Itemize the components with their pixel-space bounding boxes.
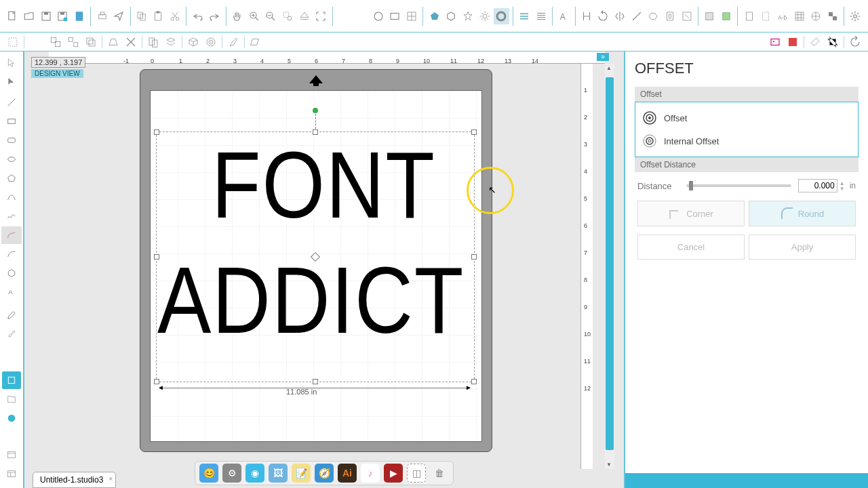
dock-finder-icon[interactable]: 😊	[199, 464, 218, 483]
merge-icon[interactable]	[578, 8, 594, 24]
library-icon[interactable]	[2, 371, 21, 389]
layer2-icon[interactable]	[719, 8, 734, 24]
curve-tool-icon[interactable]	[1, 226, 22, 244]
grid-tool-icon[interactable]	[404, 8, 420, 24]
lines-icon[interactable]	[517, 8, 532, 24]
text-tool-icon[interactable]: A	[556, 8, 572, 24]
cursor-tool-icon[interactable]	[1, 54, 22, 72]
dock-itunes-icon[interactable]: ♪	[361, 464, 380, 483]
pentagon-icon[interactable]	[427, 8, 442, 24]
settings-icon[interactable]	[848, 8, 863, 24]
crop-icon[interactable]	[825, 34, 841, 50]
print-icon[interactable]	[94, 8, 110, 24]
burst-icon[interactable]	[477, 8, 492, 24]
distance-input[interactable]	[798, 179, 837, 192]
3d-icon[interactable]	[185, 34, 201, 50]
zoom-out-icon[interactable]	[263, 8, 279, 24]
list-icon[interactable]	[533, 8, 549, 24]
grid-setup-icon[interactable]	[791, 8, 807, 24]
ring-icon[interactable]	[494, 8, 509, 24]
freehand-icon[interactable]	[1, 207, 22, 225]
pencil-tool-icon[interactable]	[1, 306, 22, 324]
open-file-icon[interactable]	[22, 8, 37, 24]
ruler-collapse-icon[interactable]: »	[597, 53, 609, 61]
offset-option[interactable]: Offset	[639, 106, 854, 129]
rotate-icon[interactable]	[595, 8, 611, 24]
circle-tool-icon[interactable]	[370, 8, 386, 24]
weld-icon[interactable]	[646, 8, 661, 24]
save-icon[interactable]	[38, 8, 54, 24]
dock-safari2-icon[interactable]: 🧭	[315, 464, 334, 483]
copy-icon[interactable]	[134, 8, 149, 24]
paste-icon[interactable]	[151, 8, 166, 24]
mirror-icon[interactable]	[612, 8, 628, 24]
paper-icon[interactable]	[741, 8, 757, 24]
dock-prefs-icon[interactable]: ⚙	[222, 464, 241, 483]
dock-app-icon[interactable]: ◫	[407, 464, 426, 483]
dock-notes-icon[interactable]: 📝	[292, 464, 311, 483]
trace-icon[interactable]	[679, 8, 694, 24]
sel-handle-e[interactable]	[471, 254, 477, 260]
sel-handle-ne[interactable]	[471, 129, 477, 135]
rect-draw-icon[interactable]	[1, 113, 22, 130]
internal-offset-option[interactable]: Internal Offset	[639, 129, 854, 152]
zoom-select-icon[interactable]	[280, 8, 296, 24]
distance-stepper[interactable]: ▲▼	[839, 180, 846, 191]
globe-icon[interactable]	[1, 409, 22, 427]
color-swatch-icon[interactable]	[785, 34, 801, 50]
poly-draw-icon[interactable]	[1, 264, 22, 282]
window-icon[interactable]	[1, 446, 22, 464]
brush-tool-icon[interactable]	[1, 325, 22, 343]
apply-button[interactable]: Apply	[749, 235, 856, 260]
text-draw-icon[interactable]: A	[1, 283, 22, 301]
dock-ai-icon[interactable]: Ai	[338, 464, 357, 483]
group-icon[interactable]	[47, 34, 64, 50]
sel-handle-w[interactable]	[154, 254, 159, 260]
polygon-tool-icon[interactable]	[1, 169, 22, 187]
line-tool-icon[interactable]	[1, 94, 22, 111]
star-icon[interactable]	[460, 8, 476, 24]
stack-icon[interactable]	[163, 34, 179, 50]
roundrect-icon[interactable]	[1, 131, 22, 149]
ungroup-icon[interactable]	[65, 34, 81, 50]
send-icon[interactable]	[111, 8, 127, 24]
node-tool-icon[interactable]	[1, 73, 22, 91]
outline-icon[interactable]	[663, 8, 678, 24]
select-bounds-icon[interactable]	[5, 34, 21, 50]
compound-icon[interactable]	[83, 34, 99, 50]
undo-icon[interactable]	[190, 8, 205, 24]
checker-icon[interactable]	[825, 8, 841, 24]
sel-handle-nw[interactable]	[154, 129, 159, 135]
sel-handle-s[interactable]	[313, 379, 318, 384]
cancel-button[interactable]: Cancel	[637, 235, 745, 260]
break-icon[interactable]	[123, 34, 139, 50]
layer1-icon[interactable]	[702, 8, 717, 24]
refresh-icon[interactable]	[847, 34, 863, 50]
eraser-icon[interactable]	[807, 34, 823, 50]
selection-box[interactable]	[156, 131, 475, 382]
corner-button[interactable]: Corner	[637, 201, 745, 226]
rect-tool-icon[interactable]	[387, 8, 403, 24]
canvas-sheet[interactable]: FONT ADDICT ◄	[150, 90, 482, 442]
canvas-area[interactable]: 12.399 , 3.197 DESIGN VIEW -1 0 1 2 3 4 …	[24, 52, 624, 488]
zoom-fit-icon[interactable]	[313, 8, 329, 24]
cutting-icon[interactable]	[758, 8, 774, 24]
cut-icon[interactable]	[167, 8, 183, 24]
depth-icon[interactable]	[248, 34, 264, 50]
duplicate-icon[interactable]	[145, 34, 161, 50]
hexagon-icon[interactable]	[443, 8, 459, 24]
save-as-icon[interactable]	[55, 8, 71, 24]
pan-icon[interactable]	[230, 8, 245, 24]
target-icon[interactable]	[203, 34, 219, 50]
distance-slider[interactable]	[686, 184, 791, 187]
dock-trash-icon[interactable]: 🗑	[430, 464, 449, 483]
font-small-icon[interactable]: A-b	[775, 8, 791, 24]
image-tag-icon[interactable]	[767, 34, 783, 50]
fit-page-icon[interactable]	[296, 8, 312, 24]
dock-acrobat-icon[interactable]: ▶	[384, 464, 403, 483]
sel-handle-n[interactable]	[313, 129, 318, 135]
dock-safari-icon[interactable]: ◉	[245, 464, 264, 483]
slice-icon[interactable]	[629, 8, 644, 24]
new-file-icon[interactable]	[5, 8, 20, 24]
panel-icon[interactable]	[1, 465, 22, 483]
